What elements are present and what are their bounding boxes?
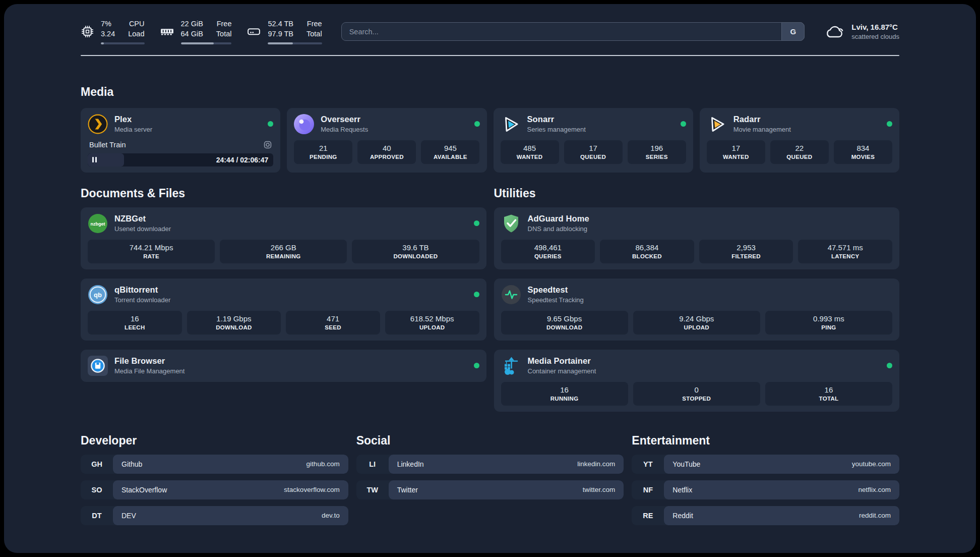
memory-progress-bar: [181, 42, 232, 44]
stat-upload: 9.24 Gbps UPLOAD: [633, 311, 760, 335]
app-name: Speedtest: [528, 285, 584, 295]
stat-download: 9.65 Gbps DOWNLOAD: [501, 311, 628, 335]
app-card-sonarr[interactable]: Sonarr Series management 485 WANTED 17 Q…: [494, 108, 693, 173]
stat-stopped: 0 STOPPED: [633, 382, 760, 406]
portainer-icon: [501, 356, 521, 376]
stat-total: 16 TOTAL: [765, 382, 892, 406]
app-card-radarr[interactable]: Radarr Movie management 17 WANTED 22 QUE…: [700, 108, 899, 173]
header-divider: [81, 55, 899, 56]
stat-downloaded: 39.6 TB DOWNLOADED: [352, 240, 479, 263]
stat-available: 945 AVAILABLE: [421, 140, 479, 164]
link-name: StackOverflow: [121, 486, 167, 494]
link-netflix[interactable]: NF Netflix netflix.com: [632, 480, 899, 499]
cpu-load-label: Load: [128, 29, 144, 39]
app-name: qBittorrent: [114, 285, 170, 295]
status-online-dot: [268, 121, 273, 127]
now-playing-row: Bullet Train: [88, 141, 273, 149]
link-url: dev.to: [322, 512, 340, 519]
link-tag: NF: [632, 480, 664, 499]
link-youtube[interactable]: YT YouTube youtube.com: [632, 455, 899, 474]
svg-text:qb: qb: [94, 291, 102, 299]
storage-free-label: Free: [307, 19, 322, 29]
link-url: youtube.com: [852, 460, 891, 468]
section-entertainment: Entertainment YT YouTube youtube.com NF …: [632, 434, 899, 525]
app-card-qbittorrent[interactable]: qb qBittorrent Torrent downloader 16 LEE…: [81, 278, 486, 341]
app-description: Usenet downloader: [114, 225, 171, 233]
app-card-portainer[interactable]: Media Portainer Container management 16 …: [494, 350, 900, 412]
app-description: Torrent downloader: [114, 296, 170, 304]
app-card-nzbget[interactable]: nzbget NZBGet Usenet downloader 744.21 M…: [81, 207, 486, 269]
stat-queued: 22 QUEUED: [770, 140, 829, 164]
section-title-media: Media: [81, 85, 899, 99]
plex-icon: [88, 114, 108, 134]
memory-free-value: 22 GiB: [181, 19, 203, 29]
qbittorrent-icon: qb: [88, 285, 108, 305]
status-online-dot: [681, 121, 686, 127]
link-dev[interactable]: DT DEV dev.to: [81, 506, 348, 525]
link-tag: SO: [81, 480, 113, 499]
section-developer: Developer GH Github github.com SO StackO…: [81, 434, 348, 525]
link-twitter[interactable]: TW Twitter twitter.com: [356, 480, 624, 499]
link-url: reddit.com: [859, 512, 891, 519]
playback-progress-bar: 24:44 / 02:06:47: [88, 153, 273, 166]
status-online-dot: [887, 121, 892, 127]
link-linkedin[interactable]: LI LinkedIn linkedin.com: [356, 455, 624, 474]
sonarr-icon: [501, 114, 521, 134]
app-name: NZBGet: [114, 214, 171, 224]
link-reddit[interactable]: RE Reddit reddit.com: [632, 506, 899, 525]
section-documents: Documents & Files nzbget NZBGet U: [81, 187, 486, 412]
system-monitors: 7% CPU 3.24 Load: [81, 19, 322, 44]
storage-progress-fill: [268, 42, 292, 44]
link-url: netflix.com: [858, 486, 891, 493]
pause-icon: [92, 157, 97, 162]
link-url: stackoverflow.com: [284, 486, 339, 493]
dashboard: 7% CPU 3.24 Load: [4, 4, 976, 553]
link-stackoverflow[interactable]: SO StackOverflow stackoverflow.com: [81, 480, 348, 499]
link-name: Netflix: [672, 486, 692, 494]
svg-text:nzbget: nzbget: [91, 221, 105, 226]
app-card-filebrowser[interactable]: File Browser Media File Management: [81, 350, 486, 382]
memory-total-label: Total: [216, 29, 232, 39]
app-description: Container management: [528, 367, 596, 375]
link-name: LinkedIn: [397, 460, 424, 468]
stat-remaining: 266 GB REMAINING: [220, 240, 347, 263]
app-card-speedtest[interactable]: Speedtest Speedtest Tracking 9.65 Gbps D…: [494, 278, 900, 341]
link-name: DEV: [121, 512, 136, 520]
top-bar: 7% CPU 3.24 Load: [81, 19, 899, 44]
search-provider-button[interactable]: G: [781, 22, 805, 41]
storage-monitor: 52.4 TB Free 97.9 TB Total: [247, 19, 322, 44]
app-description: Media File Management: [114, 367, 185, 375]
stat-filtered: 2,953 FILTERED: [699, 240, 793, 263]
app-card-overseerr[interactable]: Overseerr Media Requests 21 PENDING 40 A…: [287, 108, 486, 173]
app-card-plex[interactable]: Plex Media server Bullet Train 24:44 / 0…: [81, 108, 280, 173]
stat-blocked: 86,384 BLOCKED: [600, 240, 694, 263]
app-card-adguard[interactable]: AdGuard Home DNS and adblocking 498,461 …: [494, 207, 900, 269]
app-name: File Browser: [114, 356, 185, 366]
now-playing-title: Bullet Train: [89, 141, 126, 149]
nzbget-icon: nzbget: [88, 213, 108, 234]
stat-pending: 21 PENDING: [294, 140, 352, 164]
link-url: twitter.com: [583, 486, 616, 493]
session-icon: [264, 141, 272, 149]
link-name: Twitter: [397, 486, 418, 494]
stat-wanted: 17 WANTED: [707, 140, 765, 164]
stat-queries: 498,461 QUERIES: [501, 240, 595, 263]
memory-total-value: 64 GiB: [181, 29, 203, 39]
app-name: AdGuard Home: [528, 214, 589, 224]
app-description: DNS and adblocking: [528, 225, 589, 233]
adguard-icon: [501, 213, 521, 234]
storage-progress-bar: [268, 42, 322, 44]
speedtest-icon: [501, 285, 521, 305]
cpu-usage-value: 7%: [101, 19, 115, 29]
section-title-social: Social: [356, 434, 624, 448]
storage-total-value: 97.9 TB: [268, 29, 293, 39]
stat-queued: 17 QUEUED: [564, 140, 623, 164]
app-name: Radarr: [733, 115, 791, 124]
link-tag: DT: [81, 506, 113, 525]
overseerr-icon: [294, 114, 314, 134]
cpu-load-value: 3.24: [101, 29, 115, 39]
search-input[interactable]: [341, 22, 805, 41]
link-url: github.com: [307, 460, 340, 468]
link-github[interactable]: GH Github github.com: [81, 455, 348, 474]
app-description: Series management: [527, 126, 586, 133]
